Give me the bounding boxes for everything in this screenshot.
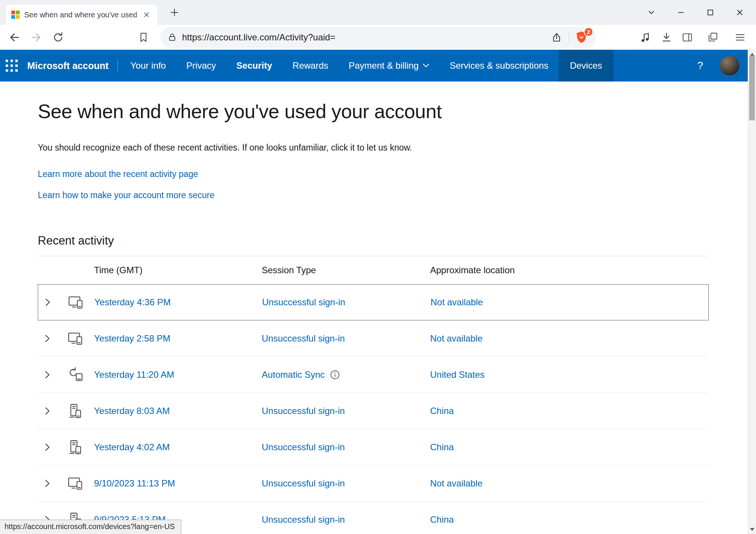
tab-title: See when and where you've used [24,11,137,19]
status-bar-url: https://account.microsoft.com/devices?la… [0,520,181,534]
row-time-link[interactable]: Yesterday 2:58 PM [94,333,262,344]
row-session-cell: Unsuccessful sign-in [262,442,430,452]
window-controls [637,0,754,25]
row-session-cell: Automatic Sync [262,369,430,380]
tablet-phone-icon [67,294,85,311]
brand-divider [117,60,118,72]
table-row[interactable]: Yesterday 4:36 PM Unsuccessful sign-in N… [38,284,709,320]
tab-strip: See when and where you've used [0,0,756,25]
avatar[interactable] [720,56,739,75]
activity-rows: Yesterday 4:36 PM Unsuccessful sign-in N… [38,284,709,534]
toolbar-divider [569,32,569,43]
sidebar-icon[interactable] [680,30,695,45]
row-expand-chevron-icon[interactable] [42,406,52,416]
row-expand-chevron-icon[interactable] [42,370,52,380]
sync-device-icon [67,366,84,383]
new-tab-button[interactable] [168,6,181,19]
downloads-icon[interactable] [659,30,674,45]
row-time-link[interactable]: Yesterday 4:02 AM [94,442,262,452]
collections-icon[interactable] [705,30,721,45]
row-location-link[interactable]: Not available [430,333,709,344]
lock-icon [168,33,177,42]
chevron-down-icon [423,63,429,68]
column-header-time: Time (GMT) [94,265,262,275]
row-session-cell: Unsuccessful sign-in [262,406,430,416]
page-subtitle: You should recognize each of these recen… [38,142,748,153]
learn-more-activity-link[interactable]: Learn more about the recent activity pag… [38,168,198,180]
account-nav: Your info Privacy Security Rewards Payme… [120,50,613,82]
bookmark-icon[interactable] [136,30,151,45]
row-session-cell: Unsuccessful sign-in [262,478,430,489]
scroll-down-icon[interactable] [748,525,756,534]
media-controls-icon[interactable] [638,30,653,45]
row-expand-chevron-icon[interactable] [42,479,52,488]
row-session-link[interactable]: Unsuccessful sign-in [262,297,345,308]
scrollbar-thumb[interactable] [749,55,755,120]
row-session-cell: Unsuccessful sign-in [262,333,430,344]
forward-icon [29,30,44,45]
nav-security[interactable]: Security [226,50,282,82]
row-location-link[interactable]: Not available [430,478,709,489]
browser-window: See when and where you've used [0,0,756,534]
browser-toolbar: https://account.live.com/Activity?uaid= … [0,25,756,50]
shield-badge: 2 [584,27,593,37]
recent-activity-heading: Recent activity [38,234,748,248]
row-time-link[interactable]: Yesterday 8:03 AM [94,406,262,416]
learn-secure-account-link[interactable]: Learn how to make your account more secu… [38,189,214,201]
nav-privacy[interactable]: Privacy [176,50,226,82]
browser-tab[interactable]: See when and where you've used [6,5,157,25]
row-time-link[interactable]: 9/10/2023 11:13 PM [94,478,262,489]
refresh-icon[interactable] [51,30,66,45]
row-session-link[interactable]: Automatic Sync [262,369,325,380]
row-session-link[interactable]: Unsuccessful sign-in [262,478,345,489]
nav-rewards[interactable]: Rewards [282,50,339,82]
row-time-link[interactable]: Yesterday 11:20 AM [94,369,262,380]
help-button[interactable]: ? [697,60,703,72]
close-window-icon[interactable] [725,0,754,25]
nav-services-subscriptions[interactable]: Services & subscriptions [440,50,559,82]
page-content: See when and where you've used your acco… [0,82,748,534]
table-row[interactable]: Yesterday 4:02 AM Unsuccessful sign-in C… [38,429,709,465]
microsoft-favicon [11,11,20,19]
info-icon[interactable] [330,370,340,380]
row-expand-chevron-icon[interactable] [43,297,52,307]
share-icon[interactable] [551,32,562,43]
table-header-row: Time (GMT) Session Type Approximate loca… [38,256,709,284]
tab-close-icon[interactable] [141,9,152,20]
brand-title[interactable]: Microsoft account [27,60,108,71]
table-row[interactable]: Yesterday 8:03 AM Unsuccessful sign-in C… [38,393,709,429]
row-time-link[interactable]: Yesterday 4:36 PM [94,297,262,308]
row-location-link[interactable]: Not available [430,297,708,308]
desktop-phone-icon [67,439,84,456]
nav-payment-billing[interactable]: Payment & billing [338,50,439,82]
row-session-link[interactable]: Unsuccessful sign-in [262,514,345,525]
address-bar[interactable]: https://account.live.com/Activity?uaid= … [160,27,596,48]
row-location-link[interactable]: United States [430,369,709,380]
url-text[interactable]: https://account.live.com/Activity?uaid= [182,32,335,43]
app-launcher-icon[interactable] [0,50,23,82]
tab-search-chevron-icon[interactable] [637,0,666,25]
row-session-link[interactable]: Unsuccessful sign-in [262,442,345,452]
row-location-link[interactable]: China [430,514,709,525]
row-location-link[interactable]: China [430,406,709,416]
row-location-link[interactable]: China [430,442,709,452]
row-session-link[interactable]: Unsuccessful sign-in [262,333,345,344]
microsoft-account-header: Microsoft account Your info Privacy Secu… [0,50,748,82]
nav-your-info[interactable]: Your info [120,50,176,82]
back-icon[interactable] [7,30,22,45]
table-row[interactable]: 9/10/2023 11:13 PM Unsuccessful sign-in … [38,465,709,502]
menu-icon[interactable] [733,30,748,45]
row-session-link[interactable]: Unsuccessful sign-in [262,406,345,416]
desktop-phone-icon [67,402,84,420]
row-session-cell: Unsuccessful sign-in [262,514,430,525]
page-scrollbar[interactable] [748,50,756,534]
maximize-icon[interactable] [696,0,725,25]
column-header-session-type: Session Type [262,265,430,275]
row-expand-chevron-icon[interactable] [42,442,52,452]
table-row[interactable]: Yesterday 2:58 PM Unsuccessful sign-in N… [38,320,709,357]
table-row[interactable]: Yesterday 11:20 AM Automatic Sync United… [38,357,709,393]
row-expand-chevron-icon[interactable] [42,334,52,343]
minimize-icon[interactable] [666,0,696,25]
brave-shield-icon[interactable]: 2 [576,31,588,44]
nav-devices[interactable]: Devices [559,50,613,82]
